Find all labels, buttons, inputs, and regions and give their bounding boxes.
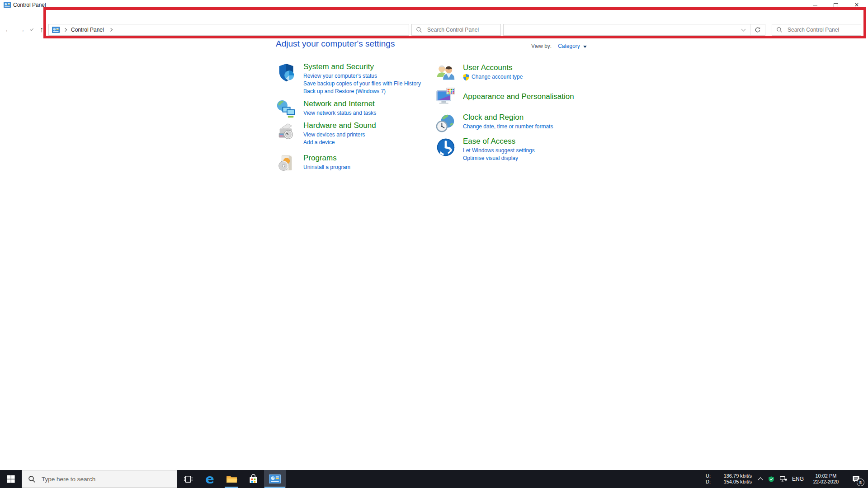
download-value: 154.05 kbit/s bbox=[717, 479, 752, 485]
category-task-link[interactable]: Let Windows suggest settings bbox=[463, 147, 535, 155]
network-speed-monitor: U: 136.79 kbit/s D: 154.05 kbit/s bbox=[706, 473, 752, 485]
tray-time: 10:02 PM bbox=[815, 473, 836, 479]
search-control-panel-input[interactable] bbox=[426, 26, 496, 33]
category-network-and-internet: Network and Internet View network status… bbox=[276, 99, 376, 120]
category-system-and-security: System and Security Review your computer… bbox=[276, 62, 421, 95]
file-explorer-button[interactable] bbox=[221, 470, 242, 488]
appearance-personalisation-icon[interactable] bbox=[435, 86, 456, 107]
breadcrumb-chevron-icon[interactable] bbox=[63, 28, 67, 32]
view-by-dropdown[interactable]: Category bbox=[558, 43, 580, 49]
category-programs: Programs Uninstall a program bbox=[276, 153, 350, 174]
task-view-icon bbox=[184, 474, 193, 484]
category-title-link[interactable]: Network and Internet bbox=[303, 99, 376, 108]
minimize-button[interactable] bbox=[805, 0, 826, 10]
category-title-link[interactable]: Hardware and Sound bbox=[303, 121, 376, 130]
back-button[interactable]: ← bbox=[2, 23, 14, 36]
category-task-link[interactable]: Add a device bbox=[303, 139, 376, 146]
control-panel-app-icon bbox=[4, 2, 11, 8]
microsoft-store-button[interactable] bbox=[242, 470, 264, 488]
ease-of-access-icon[interactable] bbox=[435, 137, 456, 158]
chevron-down-icon bbox=[30, 28, 33, 31]
category-task-link[interactable]: Back up and Restore (Windows 7) bbox=[303, 88, 421, 95]
category-text: Programs Uninstall a program bbox=[303, 153, 350, 174]
programs-icon[interactable] bbox=[276, 154, 297, 174]
category-task-link[interactable]: Change account type bbox=[463, 73, 523, 81]
control-panel-taskbar-button[interactable] bbox=[264, 470, 286, 488]
show-hidden-icons-button[interactable] bbox=[755, 470, 765, 488]
refresh-button[interactable] bbox=[750, 24, 765, 35]
up-button[interactable]: ↑ bbox=[36, 23, 47, 36]
address-bar[interactable] bbox=[503, 24, 765, 36]
view-by-control: View by: Category bbox=[531, 43, 587, 49]
category-task-link[interactable]: Save backup copies of your files with Fi… bbox=[303, 80, 421, 88]
category-title-link[interactable]: System and Security bbox=[303, 62, 421, 71]
dropdown-triangle-icon[interactable] bbox=[583, 46, 587, 48]
category-task-link[interactable]: Optimise visual display bbox=[463, 155, 535, 162]
category-title-link[interactable]: User Accounts bbox=[463, 63, 523, 72]
task-view-button[interactable] bbox=[177, 470, 199, 488]
category-title-link[interactable]: Ease of Access bbox=[463, 136, 535, 146]
file-explorer-icon bbox=[226, 475, 237, 483]
window-title: Control Panel bbox=[13, 0, 46, 10]
category-task-link[interactable]: Change date, time or number formats bbox=[463, 123, 553, 131]
search-box[interactable] bbox=[772, 24, 861, 36]
clock-tray-button[interactable]: 10:02 PM 22-02-2020 bbox=[806, 470, 846, 488]
up-arrow-icon: ↑ bbox=[40, 26, 43, 33]
search-box-inner[interactable] bbox=[411, 24, 501, 36]
chevron-up-icon bbox=[758, 477, 763, 482]
refresh-icon bbox=[755, 27, 761, 33]
recent-locations-button[interactable] bbox=[28, 23, 35, 36]
user-accounts-icon[interactable] bbox=[435, 63, 456, 84]
window-controls bbox=[805, 0, 867, 10]
category-clock-and-region: Clock and Region Change date, time or nu… bbox=[435, 113, 553, 134]
breadcrumb-control-panel[interactable]: Control Panel bbox=[71, 27, 104, 33]
category-task-link-label: Change account type bbox=[472, 73, 523, 81]
tray-date: 22-02-2020 bbox=[813, 479, 839, 484]
upload-label: U: bbox=[706, 473, 713, 479]
notification-count-badge: 5 bbox=[857, 479, 864, 486]
category-title-link[interactable]: Clock and Region bbox=[463, 113, 553, 122]
security-shield-icon bbox=[768, 475, 774, 483]
start-button[interactable] bbox=[0, 470, 22, 488]
edge-button[interactable] bbox=[199, 470, 221, 488]
ethernet-network-icon bbox=[780, 475, 787, 483]
system-security-icon[interactable] bbox=[276, 62, 297, 83]
navigation-bar: ← → ↑ Control Panel bbox=[0, 10, 868, 31]
hardware-sound-icon[interactable] bbox=[276, 121, 297, 142]
chevron-down-icon bbox=[741, 27, 745, 32]
clock-display: 10:02 PM 22-02-2020 bbox=[813, 473, 839, 485]
microsoft-store-icon bbox=[249, 474, 258, 484]
category-text: Hardware and Sound View devices and prin… bbox=[303, 121, 376, 146]
category-task-link[interactable]: View network status and tasks bbox=[303, 109, 376, 117]
breadcrumb-bar[interactable]: Control Panel bbox=[48, 24, 409, 36]
category-hardware-and-sound: Hardware and Sound View devices and prin… bbox=[276, 121, 376, 146]
category-task-link[interactable]: Uninstall a program bbox=[303, 164, 350, 171]
upload-value: 136.79 kbit/s bbox=[717, 473, 752, 479]
category-task-link[interactable]: View devices and printers bbox=[303, 131, 376, 139]
category-task-link[interactable]: Review your computer's status bbox=[303, 72, 421, 80]
search-control-panel-input[interactable] bbox=[787, 26, 857, 33]
close-button[interactable] bbox=[846, 0, 867, 10]
windows-defender-tray-button[interactable] bbox=[765, 470, 777, 488]
breadcrumb-chevron-icon[interactable] bbox=[108, 28, 112, 32]
network-internet-icon[interactable] bbox=[276, 99, 297, 120]
category-text: Clock and Region Change date, time or nu… bbox=[463, 113, 553, 134]
taskbar-search-box[interactable] bbox=[22, 470, 177, 488]
category-title-link[interactable]: Appearance and Personalisation bbox=[463, 92, 574, 101]
forward-button[interactable]: → bbox=[15, 23, 28, 36]
address-dropdown-button[interactable] bbox=[736, 24, 750, 35]
category-text: User Accounts Change account type bbox=[463, 63, 523, 84]
category-text: Appearance and Personalisation bbox=[463, 86, 574, 107]
category-text: Network and Internet View network status… bbox=[303, 99, 376, 120]
control-panel-icon bbox=[269, 474, 281, 483]
language-indicator[interactable]: ENG bbox=[790, 470, 806, 488]
action-center-button[interactable]: 5 bbox=[846, 470, 866, 488]
category-title-link[interactable]: Programs bbox=[303, 153, 350, 163]
windows-logo-icon bbox=[7, 475, 15, 483]
network-tray-button[interactable] bbox=[777, 470, 790, 488]
taskbar-search-input[interactable] bbox=[41, 475, 177, 483]
restore-button[interactable] bbox=[826, 0, 846, 10]
clock-region-icon[interactable] bbox=[435, 113, 456, 134]
page-title: Adjust your computer's settings bbox=[276, 39, 395, 49]
minimize-icon bbox=[813, 5, 817, 5]
